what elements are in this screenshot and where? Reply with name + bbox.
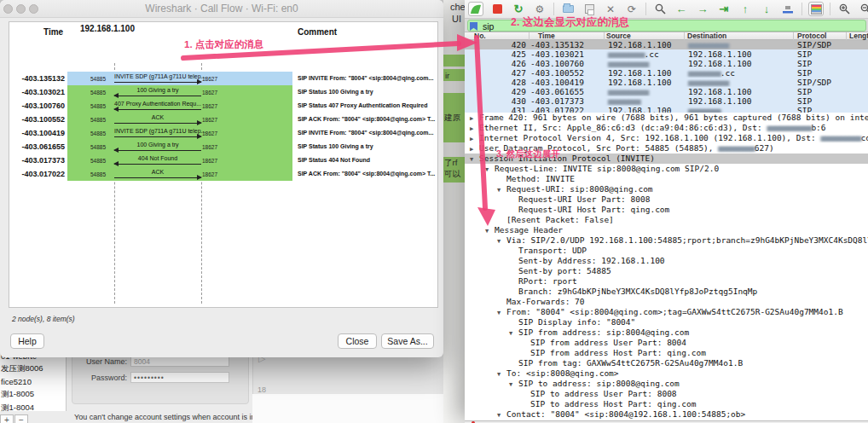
filter-bookmark-icon[interactable] [470, 22, 477, 31]
expand-triangle-icon[interactable]: ▶ [470, 124, 479, 133]
add-account-button[interactable]: + [0, 414, 14, 423]
detail-line[interactable]: SIP Display info: "8004" [465, 317, 868, 327]
help-button[interactable]: Help [10, 333, 44, 349]
column-destination[interactable]: Destination [687, 32, 726, 40]
column-length[interactable]: Length [849, 32, 868, 40]
packet-row[interactable]: 428 -403.100419 192.168.1.100 ▆▆▆▆▆▆▆▆▆▆… [465, 78, 868, 87]
stop-capture-icon[interactable] [489, 2, 505, 16]
expand-triangle-icon[interactable]: ▼ [497, 410, 506, 420]
expand-triangle-icon[interactable]: ▼ [497, 185, 506, 194]
expand-triangle-icon[interactable]: ▶ [470, 113, 479, 123]
up-packet-icon[interactable]: ↑ [738, 2, 753, 16]
detail-line[interactable]: ▶Frame 420: 961 bytes on wire (7688 bits… [465, 113, 868, 123]
capture-options-icon[interactable]: ⚙ [532, 2, 547, 16]
column-protocol[interactable]: Protocol [797, 32, 826, 40]
detail-line[interactable]: ▼Session Initiation Protocol (INVITE) [465, 154, 868, 164]
expand-triangle-icon[interactable]: ▶ [470, 144, 479, 154]
account-list-item[interactable]: fice5210 [0, 375, 66, 387]
colorize-icon[interactable] [808, 2, 824, 16]
column-no[interactable]: No. [474, 32, 486, 40]
reload-icon[interactable]: ⟳ [624, 2, 639, 16]
detail-line[interactable]: [Resent Packet: False] [465, 215, 868, 225]
detail-line[interactable]: ▶Internet Protocol Version 4, Src: 192.1… [465, 133, 868, 143]
zoom-in-icon[interactable] [836, 2, 852, 16]
close-window-icon[interactable] [3, 4, 13, 14]
detail-line[interactable]: SIP to address Host Part: qing.com [465, 399, 868, 409]
close-file-icon[interactable]: ✕ [603, 2, 618, 16]
packet-list-header[interactable]: No. Time Source Destination Protocol Len… [465, 32, 868, 40]
flow-row[interactable]: -403.100552 54885 18627 ACK SIP ACK From… [9, 113, 437, 126]
detail-line[interactable]: Sent-by port: 54885 [465, 266, 868, 276]
restart-capture-icon[interactable]: ↻ [511, 2, 526, 16]
remove-account-button[interactable]: − [14, 414, 28, 423]
flow-row[interactable]: -403.103021 54885 18627 100 Giving a try… [9, 85, 437, 99]
packet-row[interactable]: 429 -403.061655 ▆▆▆▆▆▆▆▆▆▆ 192.168.1.100… [465, 87, 868, 96]
down-packet-icon[interactable]: ↓ [759, 2, 774, 16]
expand-triangle-icon[interactable]: ▼ [497, 236, 506, 246]
detail-line[interactable]: ▶Ethernet II, Src: Apple_86:c6:d3 (dc:a9… [465, 123, 868, 133]
previous-packet-icon[interactable]: ← [674, 2, 689, 16]
detail-line[interactable]: Request-URI Host Part: qing.com [465, 205, 868, 215]
account-list-item[interactable]: 发压测8006 [0, 362, 66, 375]
save-as-button[interactable]: Save As... [381, 333, 434, 349]
expand-triangle-icon[interactable]: ▼ [497, 369, 506, 379]
expand-triangle-icon[interactable]: ▼ [470, 154, 479, 164]
packet-row[interactable]: 425 -403.103021 ▆▆▆▆▆▆▆▆▆.cc 192.168.1.1… [465, 49, 868, 59]
detail-line[interactable]: Transport: UDP [465, 246, 868, 256]
detail-line[interactable]: Max-Forwards: 70 [465, 297, 868, 307]
detail-line[interactable]: ▼SIP from address: sip:8004@qing.com [465, 327, 868, 338]
close-button[interactable]: Close [338, 333, 377, 349]
packet-row[interactable]: 430 -403.017373 ▆▆▆▆▆▆▆▆ 192.168.1.100 S… [465, 96, 868, 106]
detail-line[interactable]: SIP from tag: GAXWwS4ttC2675R-G2SAu40g7M… [465, 358, 868, 368]
detail-line[interactable]: SIP from address User Part: 8004 [465, 338, 868, 348]
call-flow-titlebar[interactable]: Wireshark · Call Flow · Wi-Fi: en0 [0, 0, 443, 18]
zoom-out-icon[interactable] [858, 2, 868, 16]
detail-line[interactable]: Branch: z9hG4bKPjNbeY3MXC4KsDQ8lYfp8JoPz… [465, 287, 868, 297]
detail-line[interactable]: Request-URI User Part: 8008 [465, 194, 868, 205]
auto-scroll-icon[interactable] [780, 2, 796, 16]
detail-line[interactable]: Sent-by Address: 192.168.1.100 [465, 256, 868, 266]
open-file-icon[interactable] [560, 2, 576, 16]
packet-row[interactable]: 420 -403.135132 192.168.1.100 ▆▆▆▆▆▆▆▆▆▆… [465, 40, 868, 49]
detail-line[interactable]: ▶User Datagram Protocol, Src Port: 54885… [465, 143, 868, 154]
detail-line[interactable]: ▼From: "8004" <sip:8004@qing.com>;tag=GA… [465, 307, 868, 317]
detail-line[interactable]: ▼Request-URI: sip:8008@qing.com [465, 184, 868, 194]
packet-row[interactable]: 431 -403.017022 192.168.1.100 ▆▆▆▆▆▆▆▆ S… [465, 106, 868, 113]
column-source[interactable]: Source [606, 32, 631, 40]
detail-line[interactable]: ▼Request-Line: INVITE sip:8008@qing.com … [465, 164, 868, 174]
detail-line[interactable]: ▼To: <sip:8008@qing.com> [465, 368, 868, 379]
save-file-icon[interactable] [582, 2, 597, 16]
packet-row[interactable]: 426 -403.100760 ▆▆▆▆▆▆▆▆▆▆ 192.168.1.100… [465, 59, 868, 68]
flow-row[interactable]: -403.135132 54885 18627 INVITE SDP (g711… [9, 72, 437, 85]
flow-row[interactable]: -403.100419 54885 18627 INVITE SDP (g711… [9, 126, 437, 140]
expand-triangle-icon[interactable]: ▶ [470, 134, 479, 143]
detail-line[interactable]: Method: INVITE [465, 174, 868, 184]
detail-line[interactable]: RPort: rport [465, 276, 868, 287]
expand-triangle-icon[interactable]: ▼ [485, 226, 495, 235]
expand-triangle-icon[interactable]: ▼ [485, 165, 495, 174]
start-capture-icon[interactable] [468, 2, 483, 16]
flow-row[interactable]: -403.017373 54885 18627 404 Not Found SI… [9, 154, 437, 167]
detail-line[interactable]: ▼Contact: "8004" <sip:8004@192.168.1.100… [465, 409, 868, 420]
minimize-window-icon[interactable] [16, 4, 26, 14]
packet-row[interactable]: 427 -403.100552 192.168.1.100 ▆▆▆▆▆▆▆▆.c… [465, 68, 868, 78]
next-packet-icon[interactable]: → [695, 2, 710, 16]
flow-row[interactable]: -403.017022 54885 18627 ACK SIP ACK From… [9, 167, 437, 181]
expand-triangle-icon[interactable]: ▼ [509, 328, 518, 338]
flow-row[interactable]: -403.100760 54885 18627 407 Proxy Authen… [9, 99, 437, 113]
flow-row[interactable]: -403.061655 54885 18627 100 Giving a try… [9, 140, 437, 154]
go-to-packet-icon[interactable]: ⇥ [716, 2, 732, 16]
detail-line[interactable]: SIP to address User Part: 8008 [465, 389, 868, 399]
detail-line[interactable]: ▼Via: SIP/2.0/UDP 192.168.1.100:54885;rp… [465, 235, 868, 246]
detail-line[interactable]: ▼SIP to address: sip:8008@qing.com [465, 379, 868, 389]
detail-line[interactable]: ▼Message Header [465, 225, 868, 235]
account-list-item[interactable]: 测1-8005 [0, 387, 66, 401]
zoom-window-icon[interactable] [29, 4, 38, 14]
column-time[interactable]: Time [538, 32, 555, 40]
expand-triangle-icon[interactable]: ▼ [509, 380, 518, 389]
display-filter-input[interactable]: sip [467, 20, 866, 32]
expand-triangle-icon[interactable]: ▼ [497, 308, 506, 317]
detail-line[interactable]: SIP from address Host Part: qing.com [465, 348, 868, 358]
find-packet-icon[interactable] [652, 2, 668, 16]
password-field[interactable]: ••••••••• [130, 372, 229, 383]
